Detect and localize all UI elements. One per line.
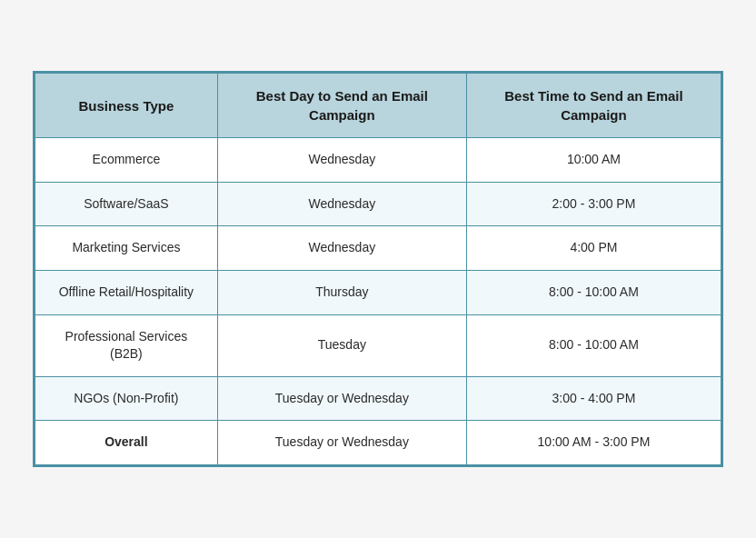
business-type-cell: Ecommerce xyxy=(35,138,218,183)
best-time-cell: 3:00 - 4:00 PM xyxy=(466,376,721,421)
business-type-cell: NGOs (Non-Profit) xyxy=(35,376,218,421)
business-type-cell: Offline Retail/Hospitality xyxy=(35,270,218,314)
business-type-cell: Overall xyxy=(35,421,218,465)
best-time-cell: 8:00 - 10:00 AM xyxy=(466,270,721,314)
header-business-type: Business Type xyxy=(35,74,218,138)
business-type-cell: Software/SaaS xyxy=(35,182,218,226)
best-time-cell: 8:00 - 10:00 AM xyxy=(466,314,721,376)
best-day-cell: Tuesday xyxy=(217,314,466,376)
table-row: NGOs (Non-Profit)Tuesday or Wednesday3:0… xyxy=(35,376,721,421)
best-day-cell: Tuesday or Wednesday xyxy=(217,376,466,421)
best-day-cell: Wednesday xyxy=(217,182,466,226)
header-best-day: Best Day to Send an Email Campaign xyxy=(217,74,466,138)
header-best-time: Best Time to Send an Email Campaign xyxy=(466,74,721,138)
table-row: Software/SaaSWednesday2:00 - 3:00 PM xyxy=(35,182,721,226)
table-row: Marketing ServicesWednesday4:00 PM xyxy=(35,226,721,271)
best-time-cell: 10:00 AM - 3:00 PM xyxy=(466,421,721,465)
table-row: OverallTuesday or Wednesday10:00 AM - 3:… xyxy=(35,421,721,465)
table-row: Offline Retail/HospitalityThursday8:00 -… xyxy=(35,270,721,314)
table-row: Professional Services (B2B)Tuesday8:00 -… xyxy=(35,314,721,376)
best-time-cell: 4:00 PM xyxy=(466,226,721,271)
business-type-cell: Professional Services (B2B) xyxy=(35,314,218,376)
best-day-cell: Wednesday xyxy=(217,138,466,183)
best-day-cell: Thursday xyxy=(217,270,466,314)
best-day-cell: Tuesday or Wednesday xyxy=(217,421,466,465)
best-day-cell: Wednesday xyxy=(217,226,466,271)
best-time-cell: 2:00 - 3:00 PM xyxy=(466,182,721,226)
best-time-cell: 10:00 AM xyxy=(466,138,721,183)
business-type-cell: Marketing Services xyxy=(35,226,218,271)
email-campaign-table: Business Type Best Day to Send an Email … xyxy=(33,71,723,467)
table-header-row: Business Type Best Day to Send an Email … xyxy=(35,74,721,138)
table-row: EcommerceWednesday10:00 AM xyxy=(35,138,721,183)
